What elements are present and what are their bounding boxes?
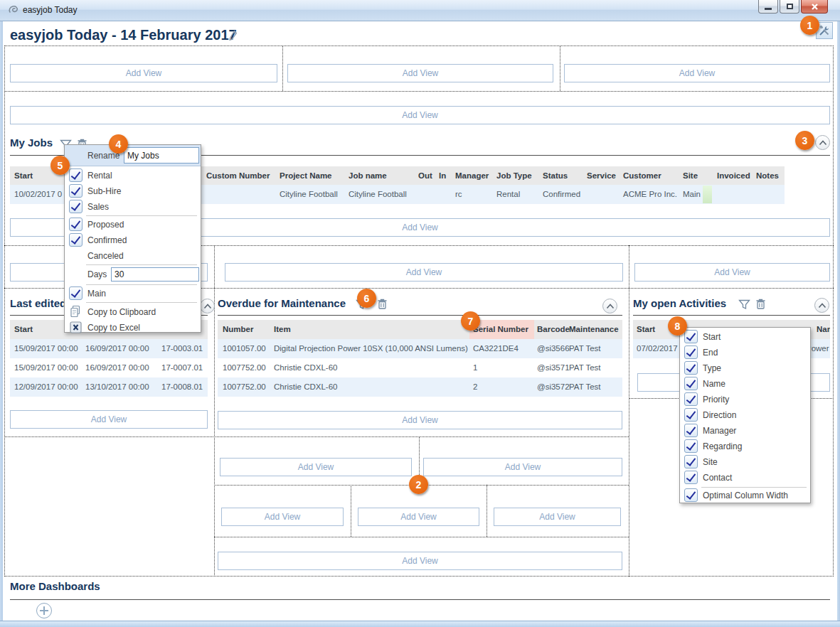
filter-icon[interactable] xyxy=(738,299,750,310)
menu-item-regarding[interactable]: Regarding xyxy=(703,439,742,454)
column-header[interactable]: Out xyxy=(418,166,432,185)
add-view-button[interactable]: Add View xyxy=(225,263,623,282)
checkbox-contact[interactable] xyxy=(684,471,698,484)
collapse-my-jobs-button[interactable] xyxy=(815,135,830,150)
menu-item-priority[interactable]: Priority xyxy=(703,392,729,407)
column-header[interactable]: Start xyxy=(637,320,655,339)
menu-item-end[interactable]: End xyxy=(703,345,718,360)
column-header[interactable]: Maintenance xyxy=(569,320,619,339)
chevron-up-icon xyxy=(203,304,212,309)
column-header[interactable]: Number xyxy=(223,320,253,339)
column-header[interactable]: Start xyxy=(14,320,33,339)
add-view-button[interactable]: Add View xyxy=(220,458,412,476)
column-header[interactable]: Status xyxy=(543,166,568,185)
checkbox-name[interactable] xyxy=(684,377,698,390)
checkbox-end[interactable] xyxy=(684,345,698,359)
table-row[interactable]: 15/09/2017 00:00 16/09/2017 00:00 17-000… xyxy=(10,339,208,358)
column-header[interactable]: Start xyxy=(14,166,33,185)
add-view-button[interactable]: Add View xyxy=(10,410,208,429)
menu-item-site[interactable]: Site xyxy=(703,454,718,470)
trash-icon[interactable] xyxy=(755,298,766,310)
checkbox-optimal-width[interactable] xyxy=(684,488,698,502)
checkbox-start[interactable] xyxy=(684,330,698,343)
menu-item-name[interactable]: Name xyxy=(703,376,725,392)
add-view-button[interactable]: Add View xyxy=(564,64,830,82)
column-header[interactable]: Project Name xyxy=(280,166,332,185)
trash-icon[interactable] xyxy=(377,298,388,310)
cell: 15/09/2017 00:00 xyxy=(14,358,78,377)
cell-status: Confirmed xyxy=(543,185,580,204)
add-view-button[interactable]: Add View xyxy=(10,106,830,124)
column-header[interactable]: Barcode xyxy=(537,320,570,339)
checkbox-priority[interactable] xyxy=(684,392,698,406)
add-view-button[interactable]: Add View xyxy=(423,458,622,476)
column-header[interactable]: Service xyxy=(587,166,616,185)
add-view-button[interactable]: Add View xyxy=(218,411,622,429)
column-header[interactable]: Job Type xyxy=(496,166,532,185)
edit-pencil-icon[interactable] xyxy=(228,29,238,42)
collapse-overdue-button[interactable] xyxy=(602,299,617,314)
table-row[interactable]: 1001057.00 Digital Projection Power 10SX… xyxy=(218,339,622,358)
collapse-last-edited-button[interactable] xyxy=(200,299,215,314)
add-view-button[interactable]: Add View xyxy=(221,508,344,526)
menu-item-sub-hire[interactable]: Sub-Hire xyxy=(87,183,121,199)
table-row[interactable]: 15/09/2017 00:00 16/09/2017 00:00 17-000… xyxy=(10,358,208,377)
checkbox-proposed[interactable] xyxy=(69,218,83,231)
menu-item-start[interactable]: Start xyxy=(703,329,721,345)
column-header[interactable]: In xyxy=(439,166,446,185)
checkbox-confirmed[interactable] xyxy=(69,233,83,247)
days-input[interactable] xyxy=(111,267,199,282)
menu-item-copy-excel[interactable]: Copy to Excel xyxy=(87,320,140,336)
add-dashboard-button[interactable] xyxy=(36,603,52,618)
menu-item-canceled[interactable]: Canceled xyxy=(87,248,124,264)
table-row[interactable]: 1007752.00 Christie CDXL-60 1 @si3571 PA… xyxy=(218,358,622,377)
menu-item-contact[interactable]: Contact xyxy=(703,470,732,486)
menu-item-rental[interactable]: Rental xyxy=(87,168,112,183)
column-header[interactable]: Notes xyxy=(756,166,779,185)
add-view-button[interactable]: Add View xyxy=(10,64,277,82)
collapse-activities-button[interactable] xyxy=(814,298,829,313)
checkbox-manager[interactable] xyxy=(684,424,698,437)
column-header[interactable]: Customer xyxy=(623,166,661,185)
section-rule xyxy=(10,599,830,600)
checkbox-main[interactable] xyxy=(69,286,83,300)
checkbox-regarding[interactable] xyxy=(684,439,698,453)
column-header[interactable]: Name xyxy=(817,320,830,339)
menu-item-confirmed[interactable]: Confirmed xyxy=(87,232,127,248)
checkbox-sales[interactable] xyxy=(69,200,83,213)
maximize-button[interactable] xyxy=(780,0,799,14)
add-view-button[interactable]: Add View xyxy=(287,64,553,82)
menu-item-type[interactable]: Type xyxy=(703,360,721,376)
rename-input[interactable] xyxy=(124,147,199,164)
menu-item-direction[interactable]: Direction xyxy=(703,407,736,423)
column-header[interactable]: Serial Number xyxy=(473,320,528,339)
close-button[interactable] xyxy=(801,0,828,14)
column-header[interactable]: Custom Number xyxy=(206,166,270,185)
menu-item-main[interactable]: Main xyxy=(87,286,106,301)
menu-item-sales[interactable]: Sales xyxy=(87,199,109,215)
add-view-button[interactable]: Add View xyxy=(358,508,479,526)
column-header[interactable]: Manager xyxy=(455,166,489,185)
add-view-button[interactable]: Add View xyxy=(634,263,830,282)
minimize-button[interactable] xyxy=(758,0,778,14)
menu-separator xyxy=(86,215,197,216)
checkbox-sub-hire[interactable] xyxy=(69,184,83,198)
table-row[interactable]: 12/09/2017 00:00 13/10/2017 00:00 17-000… xyxy=(10,377,208,397)
table-row[interactable]: 1007752.00 Christie CDXL-60 2 @si3572 PA… xyxy=(218,377,622,397)
column-header[interactable]: Site xyxy=(683,166,698,185)
column-header[interactable]: Item xyxy=(274,320,291,339)
menu-item-copy-clipboard[interactable]: Copy to Clipboard xyxy=(87,304,156,320)
menu-item-proposed[interactable]: Proposed xyxy=(87,217,124,232)
checkbox-direction[interactable] xyxy=(684,408,698,422)
days-label: Days xyxy=(87,267,107,282)
column-header[interactable]: Invoiced xyxy=(717,166,750,185)
add-view-button[interactable]: Add View xyxy=(218,552,622,570)
chevron-up-icon xyxy=(818,303,826,309)
checkbox-type[interactable] xyxy=(684,361,698,375)
menu-item-optimal-width[interactable]: Optimal Column Width xyxy=(703,488,788,503)
checkbox-rental[interactable] xyxy=(69,168,83,182)
menu-item-manager[interactable]: Manager xyxy=(703,423,736,439)
column-header[interactable]: Job name xyxy=(349,166,387,185)
add-view-button[interactable]: Add View xyxy=(494,508,621,526)
checkbox-site[interactable] xyxy=(684,455,698,468)
